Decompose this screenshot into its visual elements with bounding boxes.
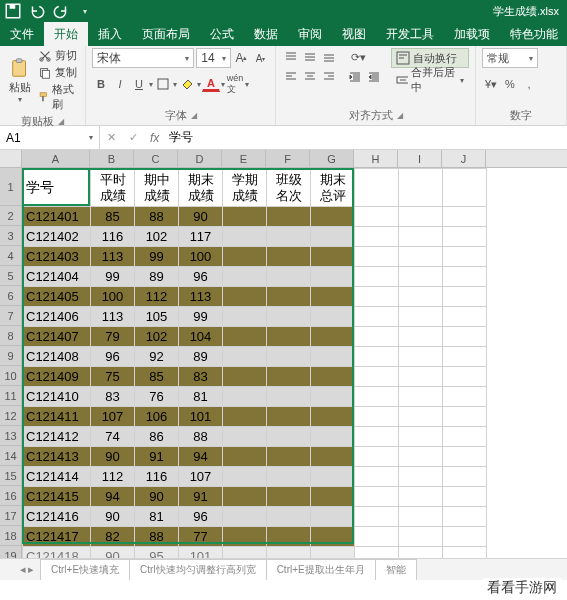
cell[interactable]: C121406	[23, 307, 91, 327]
table-row[interactable]: C121409758583	[23, 367, 487, 387]
col-header-I[interactable]: I	[398, 150, 442, 167]
cell[interactable]: 81	[135, 507, 179, 527]
cell[interactable]	[399, 447, 443, 467]
cell[interactable]	[355, 207, 399, 227]
merge-center-button[interactable]: 合并后居中▾	[391, 70, 469, 90]
cell[interactable]: 112	[91, 467, 135, 487]
cell[interactable]	[399, 427, 443, 447]
increase-indent-icon[interactable]	[365, 68, 383, 86]
cell[interactable]	[443, 267, 487, 287]
cell[interactable]: C121415	[23, 487, 91, 507]
cell[interactable]: 116	[91, 227, 135, 247]
cell[interactable]: 94	[91, 487, 135, 507]
paste-dropdown-icon[interactable]: ▾	[18, 95, 22, 104]
formula-value[interactable]: 学号	[165, 129, 197, 146]
cell[interactable]	[311, 447, 355, 467]
cell[interactable]	[223, 447, 267, 467]
tab-special[interactable]: 特色功能	[500, 22, 567, 46]
cell[interactable]: 96	[91, 347, 135, 367]
row-header-12[interactable]: 12	[0, 406, 22, 426]
cell[interactable]: 102	[135, 327, 179, 347]
cell[interactable]: C121404	[23, 267, 91, 287]
cell[interactable]: 99	[179, 307, 223, 327]
cell[interactable]	[399, 347, 443, 367]
cell[interactable]	[355, 427, 399, 447]
cell[interactable]: 75	[91, 367, 135, 387]
cell[interactable]: 99	[91, 267, 135, 287]
cell[interactable]	[399, 169, 443, 207]
cell[interactable]: 90	[135, 487, 179, 507]
cell[interactable]	[443, 447, 487, 467]
align-bottom-icon[interactable]	[320, 48, 338, 66]
cell[interactable]	[355, 487, 399, 507]
header-cell[interactable]: 期末总评	[311, 169, 355, 207]
cell[interactable]	[355, 327, 399, 347]
row-header-10[interactable]: 10	[0, 366, 22, 386]
qat-more-icon[interactable]: ▾	[76, 2, 94, 20]
row-header-14[interactable]: 14	[0, 446, 22, 466]
table-row[interactable]: C121412748688	[23, 427, 487, 447]
cell[interactable]	[267, 487, 311, 507]
percent-button[interactable]: %	[501, 75, 519, 93]
tab-home[interactable]: 开始	[44, 22, 88, 46]
cell[interactable]	[223, 527, 267, 547]
col-header-G[interactable]: G	[310, 150, 354, 167]
cell[interactable]	[443, 287, 487, 307]
cell[interactable]	[267, 287, 311, 307]
cell[interactable]	[399, 487, 443, 507]
border-button[interactable]	[154, 75, 172, 93]
cell[interactable]: 88	[179, 427, 223, 447]
fx-icon[interactable]: fx	[144, 131, 165, 145]
cell[interactable]	[443, 327, 487, 347]
cell[interactable]	[399, 307, 443, 327]
cell[interactable]	[399, 207, 443, 227]
cell[interactable]: 100	[179, 247, 223, 267]
phonetic-button[interactable]: wén文	[226, 75, 244, 93]
cell[interactable]: 90	[91, 507, 135, 527]
cell[interactable]	[399, 507, 443, 527]
cell[interactable]	[443, 367, 487, 387]
cell[interactable]: C121401	[23, 207, 91, 227]
cell[interactable]	[267, 347, 311, 367]
cell[interactable]: 83	[179, 367, 223, 387]
cell[interactable]	[311, 267, 355, 287]
cell[interactable]: 86	[135, 427, 179, 447]
tab-data[interactable]: 数据	[244, 22, 288, 46]
tab-dev[interactable]: 开发工具	[376, 22, 444, 46]
cell[interactable]	[443, 247, 487, 267]
row-header-16[interactable]: 16	[0, 486, 22, 506]
name-box[interactable]: A1▾	[0, 126, 100, 149]
clipboard-launcher-icon[interactable]: ◢	[58, 117, 64, 126]
cell[interactable]: C121403	[23, 247, 91, 267]
cancel-icon[interactable]: ✕	[100, 131, 122, 144]
cell[interactable]	[267, 407, 311, 427]
cell[interactable]: 94	[179, 447, 223, 467]
row-header-11[interactable]: 11	[0, 386, 22, 406]
cell[interactable]: 107	[91, 407, 135, 427]
col-header-J[interactable]: J	[442, 150, 486, 167]
cell[interactable]	[355, 407, 399, 427]
cell[interactable]: 90	[179, 207, 223, 227]
cell[interactable]	[399, 407, 443, 427]
cell[interactable]: 89	[179, 347, 223, 367]
cell[interactable]: 107	[179, 467, 223, 487]
cell[interactable]: 79	[91, 327, 135, 347]
underline-button[interactable]: U	[130, 75, 148, 93]
cell[interactable]	[355, 227, 399, 247]
row-header-7[interactable]: 7	[0, 306, 22, 326]
cell[interactable]: 105	[135, 307, 179, 327]
cell[interactable]: 92	[135, 347, 179, 367]
cell[interactable]: C121408	[23, 347, 91, 367]
cell[interactable]	[311, 347, 355, 367]
align-right-icon[interactable]	[320, 67, 338, 85]
cell[interactable]	[267, 387, 311, 407]
currency-button[interactable]: ¥▾	[482, 75, 500, 93]
cell[interactable]: C121416	[23, 507, 91, 527]
cell[interactable]: 102	[135, 227, 179, 247]
table-row[interactable]: C121401858890	[23, 207, 487, 227]
cell[interactable]: 113	[91, 307, 135, 327]
table-row[interactable]: C121416908196	[23, 507, 487, 527]
cell[interactable]: 96	[179, 267, 223, 287]
cell[interactable]: C121413	[23, 447, 91, 467]
row-header-2[interactable]: 2	[0, 206, 22, 226]
